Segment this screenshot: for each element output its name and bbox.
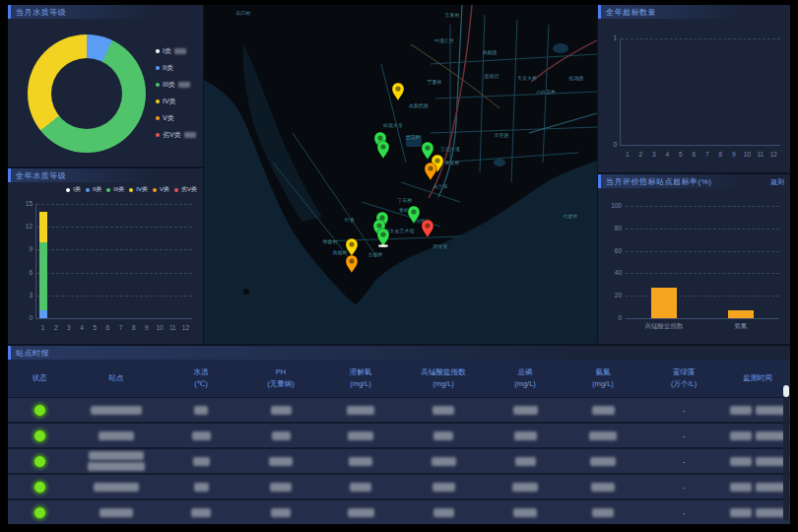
- panel-title: 当月评价指标站点超标率(%): [606, 176, 711, 187]
- legend-item[interactable]: IV类: [156, 97, 196, 106]
- legend-dot: [86, 188, 90, 192]
- value-cell: [564, 483, 642, 492]
- value-cell: [400, 483, 487, 492]
- map-pin-yellow[interactable]: [391, 82, 405, 101]
- legend-item[interactable]: V类: [156, 113, 196, 123]
- table-row[interactable]: -: [8, 424, 790, 447]
- x-tick-label: 11: [757, 151, 764, 158]
- legend-item[interactable]: IV类: [129, 185, 148, 194]
- bar[interactable]: [39, 310, 47, 318]
- redacted-value: [347, 406, 374, 415]
- legend-item[interactable]: I类: [156, 46, 196, 56]
- y-tick-label: 60: [602, 247, 622, 254]
- x-tick-label: 8: [132, 324, 136, 331]
- bar[interactable]: [651, 288, 677, 318]
- rules-link[interactable]: 规则: [770, 177, 784, 187]
- column-header: PH(无量纲): [240, 366, 321, 390]
- redacted-value: [348, 432, 373, 440]
- redacted-value: [512, 483, 538, 492]
- value-cell: [400, 432, 487, 440]
- legend-item[interactable]: I类: [66, 185, 81, 194]
- map-label: 立信大道: [440, 146, 460, 152]
- legend-dot: [129, 188, 133, 192]
- x-tick-label: 5: [93, 324, 97, 331]
- status-cell: [8, 430, 71, 442]
- redacted-value: [756, 432, 785, 440]
- map-pin-green[interactable]: [376, 140, 390, 160]
- legend-item[interactable]: III类: [156, 80, 196, 90]
- map-pin-orange[interactable]: [345, 254, 359, 274]
- redacted-value: [270, 483, 292, 492]
- gridline: [626, 296, 779, 297]
- y-tick-label: 100: [602, 202, 622, 209]
- legend-item[interactable]: 劣V类: [156, 130, 196, 140]
- redacted-value: [513, 406, 538, 415]
- legend-item[interactable]: V类: [153, 185, 169, 194]
- table-row[interactable]: -: [8, 500, 790, 524]
- map-label: 机场路: [569, 75, 584, 81]
- status-cell: [8, 481, 71, 494]
- redacted-value: [730, 406, 752, 415]
- bar[interactable]: [728, 310, 754, 318]
- y-tick-label: 9: [13, 245, 33, 252]
- panel-title: 站点时报: [16, 348, 49, 359]
- value-cell: [564, 508, 642, 517]
- table-row[interactable]: -: [8, 475, 790, 499]
- exceedance-rate-chart[interactable]: 020406080100高锰酸盐指数氨氮: [626, 206, 779, 319]
- redacted-value: [513, 508, 537, 517]
- table-row[interactable]: -: [8, 449, 790, 473]
- redacted-value: [589, 432, 617, 440]
- map[interactable]: 石臼村五里村中港汇区凤都路超南街天安大桥机场路小白花桥宁夏桥高新西路岭南大学北花…: [204, 5, 597, 344]
- map-pin-red[interactable]: [421, 219, 434, 238]
- bar[interactable]: [39, 212, 47, 242]
- map-label: 高兰珠: [433, 183, 448, 189]
- map-pin-green[interactable]: [376, 228, 390, 247]
- header-accent: [8, 168, 11, 182]
- value-cell: [321, 406, 400, 415]
- legend-label: V类: [163, 113, 174, 123]
- legend-item[interactable]: II类: [156, 63, 196, 73]
- redacted-value: [590, 457, 616, 466]
- pin-selection-mark: [378, 244, 388, 247]
- map-label: 吴捷村: [323, 238, 338, 244]
- legend-dot: [156, 116, 160, 120]
- table-row[interactable]: -: [8, 398, 790, 422]
- gridline: [36, 273, 192, 274]
- table-scrollbar[interactable]: [783, 385, 789, 520]
- station-cell: [71, 406, 162, 415]
- redacted-value: [730, 457, 752, 466]
- status-dot: [33, 506, 46, 519]
- column-header: 氨氮(mg/L): [564, 366, 642, 390]
- value-cell: [487, 432, 564, 440]
- gridline: [626, 229, 779, 230]
- column-header: 站点: [71, 372, 162, 384]
- panel-title: 全年水质等级: [16, 170, 66, 181]
- legend-item[interactable]: II类: [86, 185, 101, 194]
- value-cell: [162, 508, 240, 517]
- redacted-value: [756, 508, 785, 517]
- yearly-exceedance-chart[interactable]: 01123456789101112: [620, 38, 780, 146]
- yearly-quality-chart[interactable]: 03691215123456789101112: [35, 204, 192, 319]
- map-label: 超南街: [485, 73, 499, 79]
- redacted-value: [184, 132, 196, 138]
- scrollbar-thumb[interactable]: [783, 385, 789, 397]
- y-tick-label: 0: [598, 141, 617, 148]
- legend-item[interactable]: 劣V类: [174, 185, 197, 194]
- legend-item[interactable]: III类: [106, 185, 124, 194]
- panel-monthly-quality: 当月水质等级 I类II类III类IV类V类劣V类: [8, 5, 203, 166]
- donut-hole: [51, 58, 122, 129]
- x-tick-label: 8: [718, 151, 722, 158]
- redacted-value: [350, 483, 371, 492]
- gridline: [36, 227, 192, 228]
- map-pin-green[interactable]: [407, 205, 421, 225]
- redacted-value: [191, 508, 211, 517]
- bar[interactable]: [39, 242, 47, 311]
- redacted-value: [514, 432, 537, 440]
- map-pin-orange[interactable]: [424, 162, 437, 181]
- x-tick-label: 3: [652, 151, 656, 158]
- legend-label: I类: [73, 185, 81, 194]
- column-header: 溶解氧(mg/L): [321, 366, 400, 390]
- map-label: 五里村: [445, 12, 460, 18]
- status-cell: [8, 506, 71, 519]
- gridline: [626, 206, 779, 207]
